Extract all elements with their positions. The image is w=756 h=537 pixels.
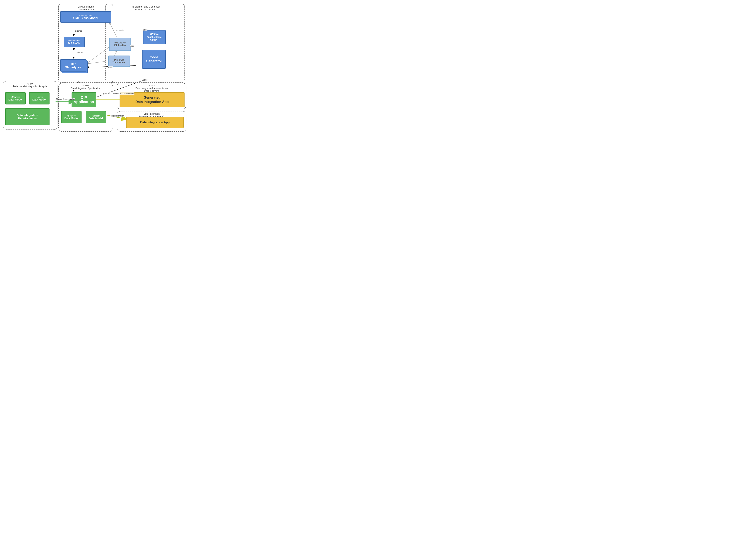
extends-label-1: extends (75, 30, 82, 32)
dip-stereotypes-box: DIP Stereotypes (60, 59, 86, 71)
di-profile-box: «Metamodel» DI Profile (109, 38, 131, 51)
data-integration-req-box: Data Integration Requirements (5, 108, 50, 125)
dip-definitions-label: DIP Definitions (Pattern Library) (77, 5, 95, 11)
cim-label: «CIM» Data Model & Integration Analysis (3, 82, 57, 88)
dip-application-title: DIP Application (74, 96, 94, 104)
extends-label-2: extends (116, 29, 124, 31)
code-generator-box: Code Generator (142, 50, 166, 69)
di-profile-title: DI Profile (114, 44, 126, 47)
generated-app-title: GeneratedData Integration App (135, 96, 169, 104)
target-cim-stereotype: «Target» (35, 96, 43, 98)
implementation-label: Implementation (111, 115, 124, 117)
uses-label-2: uses (143, 29, 147, 31)
target-pim-title: Data Model (89, 117, 103, 120)
pim-psm-transformer-box: PIM-PSM Transformer (108, 56, 130, 67)
pim-container: «PIM» Data Integration Specification (59, 83, 113, 132)
source-cim-stereotype: «Source» (11, 96, 20, 98)
java-se-box: Java SE, Apache Camel DIP DSL (143, 30, 166, 44)
uses-label-1: uses (108, 66, 112, 68)
transformer-generator-label: Transformer and Generator for Data Integ… (130, 5, 160, 11)
uses-label-4: uses (143, 79, 147, 81)
applies-label: applies (75, 81, 82, 83)
manual-transformation-label: Manual Transformation (56, 98, 75, 100)
pim-label: «PIM» Data Integration Specification (59, 84, 112, 90)
source-pim-title: Data Model (64, 117, 78, 120)
di-profile-stereotype: «Metamodel» (114, 42, 126, 44)
diagram-container: DIP Definitions (Pattern Library) Transf… (0, 0, 189, 134)
dip-stereotypes-title: DIP Stereotypes (65, 62, 81, 69)
uml-title: UML Class Model (73, 17, 98, 20)
target-data-model-cim-box: «Target» Data Model (29, 92, 50, 104)
dip-stereotypes-stack: DIP Stereotypes (60, 59, 86, 73)
dip-profile-stereotype: «Metamodel» (68, 40, 81, 42)
java-se-title: Java SE, Apache Camel DIP DSL (147, 32, 162, 42)
data-integration-app-box: Data Integration App (126, 117, 184, 128)
code-generator-title: Code Generator (146, 55, 162, 63)
uml-stereotype: «Metamodel» (79, 14, 92, 17)
uses-label-3: uses (130, 45, 134, 47)
dip-profile-box: «Metamodel» DIP Profile (63, 37, 85, 47)
data-integration-req-title: Data Integration Requirements (17, 113, 38, 120)
psi-label: «PSI» Data Integration Implementation (m… (117, 84, 186, 92)
source-data-model-pim-box: «Source» Data Model (61, 111, 82, 123)
source-data-model-cim-box: «Source» Data Model (5, 92, 25, 104)
target-data-model-pim-box: «Target» Data Model (86, 111, 106, 123)
target-cim-title: Data Model (32, 98, 47, 101)
data-integration-app-title: Data Integration App (140, 121, 170, 124)
automatic-transformation-label: Automatic Transformation/ Generation (103, 92, 135, 95)
source-cim-title: Data Model (9, 98, 22, 101)
uml-class-model-box: «Metamodel» UML Class Model (60, 11, 111, 22)
pim-psm-title: PIM-PSM Transformer (112, 59, 126, 64)
target-pim-stereotype: «Target» (92, 115, 100, 117)
contains-label: contains (75, 51, 83, 54)
dip-profile-title: DIP Profile (68, 42, 80, 45)
source-pim-stereotype: «Source» (67, 115, 76, 117)
